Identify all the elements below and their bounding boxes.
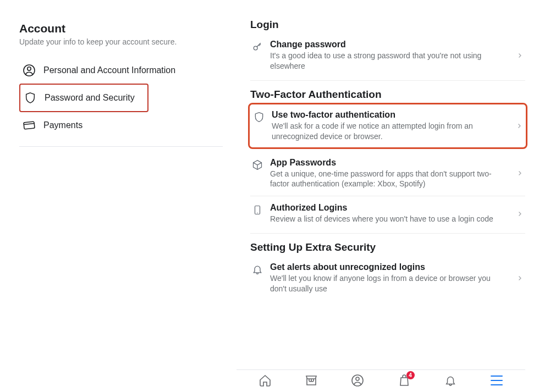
section-2fa: Two-Factor Authentication Use two-factor… <box>250 89 525 234</box>
shield-icon <box>24 91 37 104</box>
row-alerts[interactable]: Get alerts about unrecognized logins We'… <box>250 256 525 301</box>
row-desc: We'll let you know if anyone logs in fro… <box>270 273 500 294</box>
svg-point-3 <box>254 46 257 50</box>
row-title: Get alerts about unrecognized logins <box>270 262 500 272</box>
row-body: App Passwords Get a unique, one-time pas… <box>270 158 510 190</box>
shield-icon <box>253 111 265 123</box>
row-desc: It's a good idea to use a strong passwor… <box>270 51 500 71</box>
svg-point-6 <box>356 377 359 380</box>
row-app-passwords[interactable]: App Passwords Get a unique, one-time pas… <box>250 151 525 197</box>
row-body: Authorized Logins Review a list of devic… <box>270 203 510 224</box>
chevron-right-icon <box>516 273 523 283</box>
sidebar-item-label: Password and Security <box>45 93 135 103</box>
row-title: App Passwords <box>270 158 500 168</box>
sidebar-divider <box>19 146 223 147</box>
account-sidebar: Account Update your info to keep your ac… <box>0 0 237 392</box>
nav-bell[interactable] <box>443 373 458 388</box>
row-use-2fa[interactable]: Use two-factor authentication We'll ask … <box>248 103 527 149</box>
sidebar-item-label: Personal and Account Information <box>43 65 175 75</box>
sidebar-item-personal[interactable]: Personal and Account Information <box>19 57 220 84</box>
row-body: Get alerts about unrecognized logins We'… <box>270 262 510 294</box>
security-panel: Login Change password It's a good idea t… <box>237 0 539 392</box>
row-desc: Get a unique, one-time password for apps… <box>270 169 500 190</box>
account-title: Account <box>19 22 220 35</box>
nav-bag[interactable]: 4 <box>397 373 411 388</box>
card-icon <box>23 119 36 132</box>
chevron-right-icon <box>516 209 523 219</box>
nav-store[interactable] <box>304 373 318 388</box>
nav-badge: 4 <box>406 371 415 379</box>
row-desc: Review a list of devices where you won't… <box>270 214 500 224</box>
row-body: Change password It's a good idea to use … <box>270 40 510 71</box>
section-title-login: Login <box>250 19 525 31</box>
chevron-right-icon <box>516 121 522 131</box>
nav-home[interactable] <box>258 373 272 388</box>
section-title-2fa: Two-Factor Authentication <box>250 89 525 101</box>
chevron-right-icon <box>516 168 523 178</box>
row-title: Authorized Logins <box>270 203 500 213</box>
svg-point-1 <box>28 67 31 70</box>
svg-rect-2 <box>24 122 35 129</box>
user-circle-icon <box>23 64 36 77</box>
bell-icon <box>251 263 263 275</box>
device-icon <box>251 204 263 216</box>
row-desc: We'll ask for a code if we notice an att… <box>272 121 499 142</box>
account-subtitle: Update your info to keep your account se… <box>19 37 220 46</box>
cube-icon <box>251 159 263 171</box>
bottom-nav: 4 <box>237 369 525 388</box>
row-body: Use two-factor authentication We'll ask … <box>272 110 509 142</box>
sidebar-item-security[interactable]: Password and Security <box>19 84 148 112</box>
nav-profile[interactable] <box>350 373 365 388</box>
row-title: Use two-factor authentication <box>272 110 499 120</box>
menu-icon <box>491 374 503 387</box>
key-icon <box>251 41 263 53</box>
chevron-right-icon <box>516 51 523 60</box>
section-extra: Setting Up Extra Security Get alerts abo… <box>250 241 525 303</box>
nav-menu[interactable] <box>490 373 504 388</box>
sidebar-item-payments[interactable]: Payments <box>19 112 220 139</box>
row-title: Change password <box>270 40 500 49</box>
section-title-extra: Setting Up Extra Security <box>250 241 525 253</box>
row-authorized-logins[interactable]: Authorized Logins Review a list of devic… <box>250 196 525 231</box>
row-change-password[interactable]: Change password It's a good idea to use … <box>250 33 525 78</box>
sidebar-item-label: Payments <box>43 120 82 130</box>
section-login: Login Change password It's a good idea t… <box>250 19 525 81</box>
